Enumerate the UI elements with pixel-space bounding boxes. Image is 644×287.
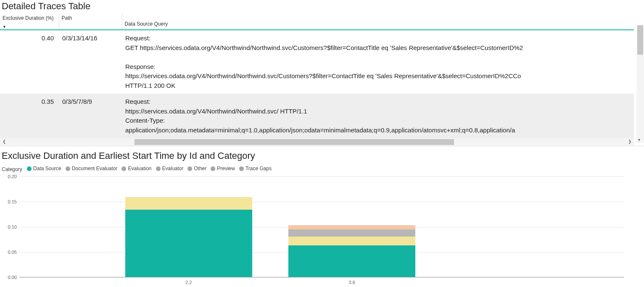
chart-ytick: 0.00 bbox=[2, 275, 17, 280]
column-header-label: Path bbox=[62, 15, 72, 21]
legend-item[interactable]: Document Evaluator bbox=[66, 166, 118, 171]
chart-bar-segment[interactable] bbox=[288, 229, 415, 237]
cell-exclusive-duration: 0.40 bbox=[0, 30, 59, 94]
legend-label: Trace Gaps bbox=[245, 166, 272, 171]
legend-swatch-icon bbox=[121, 166, 126, 171]
table-row[interactable]: 0.400/3/13/14/16Request: GET https://ser… bbox=[0, 30, 634, 94]
traces-table: Exclusive Duration (%) ▼ Path Data Sourc… bbox=[0, 13, 634, 138]
legend-swatch-icon bbox=[211, 166, 215, 171]
cell-query: Request: GET https://services.odata.org/… bbox=[122, 30, 634, 94]
cell-path: 0/3/5/7/8/9 bbox=[59, 94, 122, 138]
chart-bar-segment[interactable] bbox=[125, 197, 252, 210]
column-header-exclusive-duration[interactable]: Exclusive Duration (%) ▼ bbox=[0, 13, 59, 30]
legend-item[interactable]: Trace Gaps bbox=[239, 166, 272, 171]
legend-item[interactable]: Preview bbox=[211, 166, 235, 171]
legend-label: Evaluation bbox=[128, 166, 151, 171]
horizontal-scrollbar[interactable]: ❮ ❯ bbox=[0, 138, 634, 146]
chart-ytick: 0.15 bbox=[2, 199, 17, 204]
column-header-label: Data Source Query bbox=[125, 21, 168, 27]
legend-swatch-icon bbox=[27, 166, 32, 171]
legend-label: Data Source bbox=[33, 166, 61, 171]
table-title: Detailed Traces Table bbox=[0, 0, 644, 13]
table-row[interactable]: 0.350/3/5/7/8/9Request: https://services… bbox=[0, 94, 634, 138]
chart-gridline bbox=[19, 176, 624, 177]
cell-path: 0/3/13/14/16 bbox=[59, 30, 122, 94]
chart-ytick: 0.20 bbox=[2, 174, 17, 179]
legend-title: Category bbox=[2, 166, 22, 172]
cell-exclusive-duration: 0.35 bbox=[0, 94, 59, 138]
table-header-row: Exclusive Duration (%) ▼ Path Data Sourc… bbox=[0, 13, 634, 30]
legend-label: Document Evaluator bbox=[72, 166, 118, 171]
chart-plot[interactable] bbox=[19, 176, 624, 277]
chart-title: Exclusive Duration and Earliest Start Ti… bbox=[0, 150, 644, 163]
chart-bar-segment[interactable] bbox=[125, 210, 252, 277]
chart-gridline bbox=[19, 202, 624, 202]
scroll-left-icon[interactable]: ❮ bbox=[3, 139, 6, 144]
scroll-down-icon[interactable]: ▾ bbox=[638, 137, 640, 142]
column-header-path[interactable]: Path bbox=[59, 13, 122, 30]
chart-ytick: 0.10 bbox=[2, 224, 17, 229]
legend-swatch-icon bbox=[66, 166, 70, 171]
chart-gridline bbox=[19, 277, 624, 278]
horizontal-scrollbar-thumb[interactable] bbox=[135, 139, 454, 145]
scroll-right-icon[interactable]: ❯ bbox=[628, 139, 631, 144]
legend-label: Other bbox=[194, 166, 206, 171]
chart-bar-segment[interactable] bbox=[288, 225, 415, 229]
legend-item[interactable]: Evaluation bbox=[121, 166, 151, 171]
sort-descending-icon[interactable]: ▼ bbox=[3, 25, 6, 29]
column-header-label: Exclusive Duration (%) bbox=[3, 15, 53, 21]
chart-area: 0.000.050.100.150.20 2.23.8 bbox=[2, 176, 632, 287]
legend-swatch-icon bbox=[239, 166, 244, 171]
legend-swatch-icon bbox=[156, 166, 161, 171]
vertical-scrollbar-thumb[interactable] bbox=[637, 25, 643, 55]
legend-item[interactable]: Evaluator bbox=[156, 166, 184, 171]
cell-query: Request: https://services.odata.org/V4/N… bbox=[122, 94, 634, 138]
column-header-query[interactable]: Data Source Query bbox=[122, 13, 634, 30]
chart-bar-segment[interactable] bbox=[288, 245, 415, 276]
chart-ytick: 0.05 bbox=[2, 250, 17, 255]
legend-label: Evaluator bbox=[162, 166, 184, 171]
vertical-scrollbar[interactable]: ▾ bbox=[636, 25, 644, 143]
legend-swatch-icon bbox=[187, 166, 192, 171]
legend-item[interactable]: Other bbox=[187, 166, 206, 171]
chart-bar-segment[interactable] bbox=[288, 237, 415, 246]
chart-legend: Category Data SourceDocument EvaluatorEv… bbox=[0, 163, 644, 176]
legend-label: Preview bbox=[217, 166, 235, 171]
chart-xtick: 2.2 bbox=[185, 280, 192, 285]
traces-table-container: Exclusive Duration (%) ▼ Path Data Sourc… bbox=[0, 13, 644, 146]
chart-xtick: 3.8 bbox=[348, 280, 355, 285]
legend-item[interactable]: Data Source bbox=[27, 166, 61, 171]
